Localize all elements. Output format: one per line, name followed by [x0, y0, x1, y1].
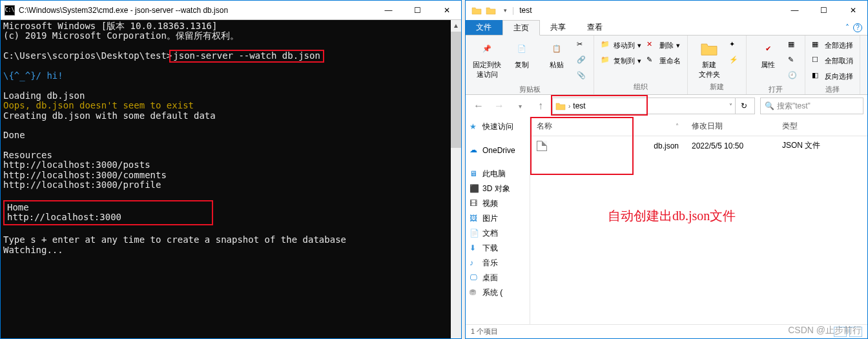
tab-home[interactable]: 主页 [502, 20, 540, 36]
crumb-dropdown-icon[interactable]: ˅ [729, 103, 732, 110]
cmd-line: Microsoft Windows [版本 10.0.18363.1316] [3, 21, 459, 31]
scroll-thumb[interactable] [451, 32, 461, 148]
ribbon-collapse[interactable]: ˄ ? [845, 20, 862, 35]
3d-icon: ⬛ [470, 184, 480, 194]
folder-icon [555, 101, 566, 110]
tree-item-3d[interactable]: ⬛3D 对象 [466, 181, 530, 196]
tree-item-docs[interactable]: 📄文档 [466, 226, 530, 241]
ribbon-invert-button[interactable]: ◧反向选择 [812, 69, 853, 83]
file-name: db.json [654, 141, 679, 150]
tab-view[interactable]: 查看 [577, 20, 614, 35]
nav-recent-button[interactable]: ▾ [511, 97, 529, 115]
tree-item-music[interactable]: ♪音乐 [466, 256, 530, 271]
tab-file[interactable]: 文件 [466, 20, 502, 35]
column-name[interactable]: 名称˄ [530, 117, 685, 136]
nav-forward-button[interactable]: → [490, 97, 508, 115]
cmd-window: C:\ C:\Windows\System32\cmd.exe - json-s… [0, 0, 462, 339]
ribbon-cut-button[interactable]: ✂ [577, 38, 587, 52]
cmd-home-highlight: Home http://localhost:3000 [3, 200, 213, 225]
cmd-line: Resources [3, 150, 459, 160]
ribbon-paste-button[interactable]: 📋粘贴 [542, 38, 572, 70]
cmd-line: Type s + enter at any time to create a s… [3, 235, 459, 245]
cmd-scrollbar[interactable]: ▲ [451, 20, 461, 338]
cmd-close-button[interactable]: ✕ [432, 1, 461, 20]
ribbon-delete-button[interactable]: ✕删除 ▾ [646, 38, 681, 52]
explorer-titlebar[interactable]: ▾ | test — ☐ ✕ [466, 1, 867, 20]
folder-props-icon[interactable] [484, 3, 498, 17]
cmd-line: Done [3, 130, 459, 140]
cmd-titlebar[interactable]: C:\ C:\Windows\System32\cmd.exe - json-s… [1, 1, 461, 20]
cmd-minimize-button[interactable]: — [374, 1, 403, 20]
ribbon-group-label: 选择 [812, 83, 853, 94]
ribbon-history-button[interactable]: 🕘 [788, 69, 798, 83]
explorer-close-button[interactable]: ✕ [838, 1, 867, 20]
breadcrumb-text[interactable]: test [573, 101, 585, 110]
ribbon-selectnone-button[interactable]: ☐全部取消 [812, 54, 853, 68]
video-icon: 🎞 [470, 199, 480, 209]
file-date: 2022/5/5 10:50 [685, 136, 776, 155]
refresh-button[interactable]: ↻ [735, 98, 752, 114]
tree-item-system[interactable]: ⛃系统 ( [466, 285, 530, 300]
cmd-line: http://localhost:3000/posts [3, 160, 459, 170]
list-header: 名称˄ 修改日期 类型 [530, 117, 867, 136]
ribbon-pin-button[interactable]: 📌固定到快 速访问 [472, 38, 502, 79]
ribbon-group-label: 组织 [601, 81, 681, 92]
tree-item-quick[interactable]: ★快速访问 [466, 119, 530, 134]
explorer-minimize-button[interactable]: — [780, 1, 809, 20]
search-placeholder: 搜索"test" [777, 101, 811, 112]
ribbon-paste-shortcut-button[interactable]: 📎 [577, 69, 587, 83]
ribbon-copypath-button[interactable]: 🔗 [577, 54, 587, 68]
ribbon-selectall-button[interactable]: ▦全部选择 [812, 38, 853, 52]
ribbon-open-button[interactable]: ▦ [788, 38, 798, 52]
ribbon-properties-button[interactable]: ✔属性 [753, 38, 783, 70]
file-icon [537, 141, 547, 151]
column-type[interactable]: 类型 [776, 117, 840, 136]
ribbon-newitem-button[interactable]: ✦ [729, 38, 739, 52]
cmd-line: http://localhost:3000/profile [3, 180, 459, 190]
tree-item-desktop[interactable]: 🖵桌面 [466, 271, 530, 285]
ribbon-newfolder-button[interactable]: 新建 文件夹 [694, 38, 724, 79]
ribbon-group-label: 打开 [753, 83, 798, 94]
address-bar[interactable]: › test ˅ ↻ [552, 98, 755, 114]
select-all-icon: ▦ [812, 40, 822, 50]
scroll-up-icon[interactable]: ▲ [451, 20, 461, 32]
tree-item-video[interactable]: 🎞视频 [466, 196, 530, 211]
nav-up-button[interactable]: ↑ [532, 97, 550, 115]
explorer-maximize-button[interactable]: ☐ [809, 1, 838, 20]
qat-dropdown-icon[interactable]: ▾ [498, 3, 512, 17]
paste-icon: 📋 [546, 38, 567, 59]
explorer-file-list[interactable]: 名称˄ 修改日期 类型 db.json 2022/5/5 10:50 JSON … [530, 117, 867, 324]
shortcut-icon: 📎 [577, 71, 587, 81]
explorer-tabs: 文件 主页 共享 查看 ˄ ? [466, 20, 867, 36]
music-icon: ♪ [470, 258, 480, 269]
tree-item-thispc[interactable]: 🖥此电脑 [466, 167, 530, 181]
search-input[interactable]: 🔍 搜索"test" [760, 98, 863, 114]
ribbon-rename-button[interactable]: ✎重命名 [646, 54, 681, 68]
explorer-ribbon: 📌固定到快 速访问 📄复制 📋粘贴 ✂ 🔗 📎 剪贴板 📁移动到 ▾ 📁复制到 … [466, 36, 867, 95]
file-row[interactable]: db.json 2022/5/5 10:50 JSON 文件 [530, 136, 867, 155]
column-date[interactable]: 修改日期 [685, 117, 776, 136]
ribbon-copy-button[interactable]: 📄复制 [507, 38, 537, 70]
tree-item-pictures[interactable]: 🖼图片 [466, 211, 530, 226]
tree-item-onedrive[interactable]: ☁OneDrive [466, 143, 530, 158]
chevron-right-icon[interactable]: › [568, 103, 570, 110]
cmd-title: C:\Windows\System32\cmd.exe - json-serve… [19, 6, 374, 15]
downloads-icon: ⬇ [470, 243, 480, 254]
ribbon-copyto-button[interactable]: 📁复制到 ▾ [601, 54, 641, 68]
cmd-line: Creating db.json with some default data [3, 111, 459, 121]
cmd-maximize-button[interactable]: ☐ [403, 1, 432, 20]
nav-back-button[interactable]: ← [470, 97, 488, 115]
cmd-prompt-line: C:\Users\scorpios\Desktop\test>json-serv… [3, 51, 459, 61]
annotation-text: 自动创建出db.json文件 [608, 207, 736, 225]
explorer-tree[interactable]: ★快速访问 ☁OneDrive 🖥此电脑 ⬛3D 对象 🎞视频 🖼图片 📄文档 … [466, 117, 530, 324]
cmd-ascii: \{^_^}/ hi! [3, 71, 459, 81]
delete-icon: ✕ [646, 40, 657, 50]
ribbon-easyaccess-button[interactable]: ⚡ [729, 54, 739, 68]
tree-item-downloads[interactable]: ⬇下载 [466, 241, 530, 256]
ribbon-moveto-button[interactable]: 📁移动到 ▾ [601, 38, 641, 52]
cmd-output[interactable]: Microsoft Windows [版本 10.0.18363.1316] (… [1, 20, 461, 338]
file-type: JSON 文件 [776, 136, 840, 155]
ribbon-edit-button[interactable]: ✎ [788, 54, 798, 68]
folder-icon [470, 3, 484, 17]
tab-share[interactable]: 共享 [540, 20, 577, 35]
